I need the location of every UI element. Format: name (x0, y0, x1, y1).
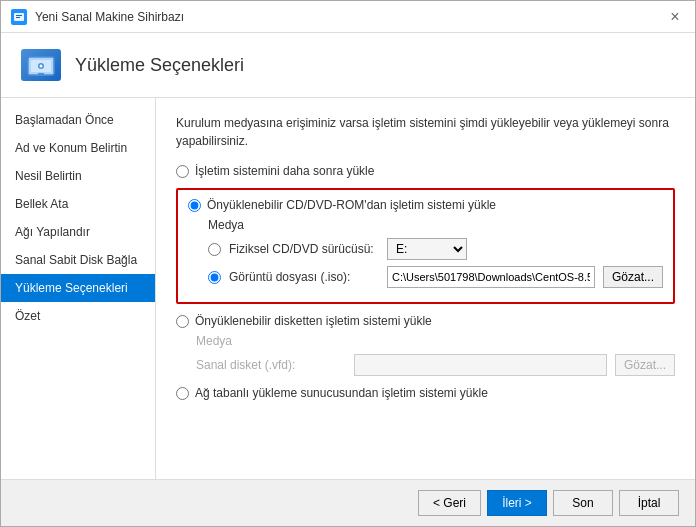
iso-radio[interactable] (208, 271, 221, 284)
option-later-group: İşletim sistemini daha sonra yükle (176, 164, 675, 178)
floppy-browse-button: Gözat... (615, 354, 675, 376)
option-cd-highlighted-box: Önyüklenebilir CD/DVD-ROM'dan işletim si… (176, 188, 675, 304)
option-floppy-row: Önyüklenebilir disketten işletim sistemi… (176, 314, 675, 328)
sidebar-item-yukleme[interactable]: Yükleme Seçenekleri (1, 274, 155, 302)
content-area: Kurulum medyasına erişiminiz varsa işlet… (156, 98, 695, 479)
option-later-row: İşletim sistemini daha sonra yükle (176, 164, 675, 178)
option-cd-label[interactable]: Önyüklenebilir CD/DVD-ROM'dan işletim si… (207, 198, 496, 212)
sidebar-item-ozet[interactable]: Özet (1, 302, 155, 330)
titlebar-left: Yeni Sanal Makine Sihirbazı (11, 9, 184, 25)
page-header: Yükleme Seçenekleri (1, 33, 695, 98)
svg-rect-2 (16, 17, 20, 18)
sidebar-item-ag[interactable]: Ağı Yapılandır (1, 218, 155, 246)
sidebar-item-nesil[interactable]: Nesil Belirtin (1, 162, 155, 190)
svg-rect-1 (16, 15, 22, 16)
back-button[interactable]: < Geri (418, 490, 481, 516)
floppy-row: Sanal disket (.vfd): Gözat... (196, 354, 675, 376)
footer: < Geri İleri > Son İptal (1, 479, 695, 526)
media-section: Medya Fiziksel CD/DVD sürücüsü: E: Görün… (208, 218, 663, 288)
svg-rect-5 (38, 73, 44, 75)
option-network-label[interactable]: Ağ tabanlı yükleme sunucusundan işletim … (195, 386, 488, 400)
media-title: Medya (208, 218, 663, 232)
option-network-radio[interactable] (176, 387, 189, 400)
sidebar: Başlamadan Önce Ad ve Konum Belirtin Nes… (1, 98, 156, 479)
cancel-button[interactable]: İptal (619, 490, 679, 516)
titlebar: Yeni Sanal Makine Sihirbazı × (1, 1, 695, 33)
main-window: Yeni Sanal Makine Sihirbazı × Yükleme Se… (0, 0, 696, 527)
iso-path-input[interactable] (387, 266, 595, 288)
iso-browse-button[interactable]: Gözat... (603, 266, 663, 288)
option-cd-radio[interactable] (188, 199, 201, 212)
sidebar-item-bellek[interactable]: Bellek Ata (1, 190, 155, 218)
body: Başlamadan Önce Ad ve Konum Belirtin Nes… (1, 98, 695, 479)
physical-radio[interactable] (208, 243, 221, 256)
option-floppy-group: Önyüklenebilir disketten işletim sistemi… (176, 314, 675, 376)
sidebar-item-ad[interactable]: Ad ve Konum Belirtin (1, 134, 155, 162)
sidebar-item-baslama[interactable]: Başlamadan Önce (1, 106, 155, 134)
floppy-input (354, 354, 607, 376)
option-network-row: Ağ tabanlı yükleme sunucusundan işletim … (176, 386, 675, 400)
iso-row: Görüntü dosyası (.iso): Gözat... (208, 266, 663, 288)
page-title: Yükleme Seçenekleri (75, 55, 244, 76)
iso-label[interactable]: Görüntü dosyası (.iso): (229, 270, 379, 284)
close-button[interactable]: × (665, 7, 685, 27)
app-icon (11, 9, 27, 25)
option-floppy-label[interactable]: Önyüklenebilir disketten işletim sistemi… (195, 314, 432, 328)
svg-rect-6 (35, 75, 47, 76)
svg-point-8 (40, 65, 43, 68)
option-floppy-radio[interactable] (176, 315, 189, 328)
sidebar-item-disk[interactable]: Sanal Sabit Disk Bağla (1, 246, 155, 274)
floppy-media-title: Medya (196, 334, 675, 348)
titlebar-title: Yeni Sanal Makine Sihirbazı (35, 10, 184, 24)
header-icon (21, 49, 61, 81)
floppy-section: Medya Sanal disket (.vfd): Gözat... (196, 334, 675, 376)
description-text: Kurulum medyasına erişiminiz varsa işlet… (176, 114, 675, 150)
option-later-label[interactable]: İşletim sistemini daha sonra yükle (195, 164, 374, 178)
next-button[interactable]: İleri > (487, 490, 547, 516)
physical-drive-row: Fiziksel CD/DVD sürücüsü: E: (208, 238, 663, 260)
option-cd-row: Önyüklenebilir CD/DVD-ROM'dan işletim si… (188, 198, 663, 212)
finish-button[interactable]: Son (553, 490, 613, 516)
physical-label[interactable]: Fiziksel CD/DVD sürücüsü: (229, 242, 379, 256)
option-network-group: Ağ tabanlı yükleme sunucusundan işletim … (176, 386, 675, 400)
option-later-radio[interactable] (176, 165, 189, 178)
floppy-label: Sanal disket (.vfd): (196, 358, 346, 372)
drive-select[interactable]: E: (387, 238, 467, 260)
